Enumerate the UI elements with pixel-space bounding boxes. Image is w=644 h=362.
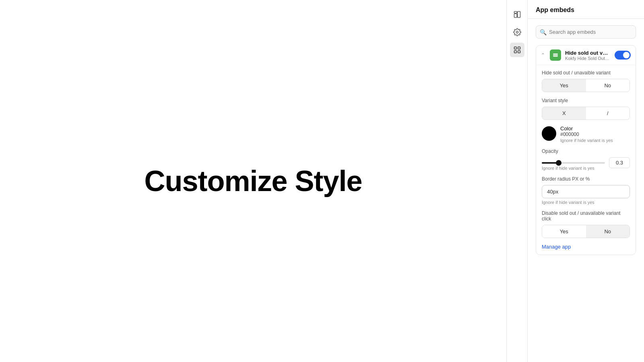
color-field: Color #000000 Ignore if hide variant is …: [542, 125, 630, 143]
sidebar-wrapper: App embeds 🔍 ⌃: [506, 0, 644, 362]
svg-rect-8: [553, 55, 558, 56]
svg-rect-7: [518, 51, 520, 53]
svg-rect-5: [518, 47, 520, 49]
search-input[interactable]: [536, 25, 636, 39]
embed-item-header[interactable]: ⌃ Hide sold out variant Kokfy Hide Sold …: [536, 45, 636, 65]
border-radius-input[interactable]: [542, 185, 630, 198]
svg-rect-1: [514, 14, 517, 17]
disable-variant-label: Disable sold out / unavailable variant c…: [542, 210, 630, 222]
embed-subtitle: Kokfy Hide Sold Out Varia...: [565, 56, 611, 61]
hide-no-button[interactable]: No: [586, 79, 630, 92]
panel-header: App embeds: [528, 0, 644, 19]
embed-toggle[interactable]: [615, 51, 631, 60]
color-swatch[interactable]: [542, 126, 556, 141]
opacity-slider[interactable]: [542, 162, 605, 164]
layout-icon[interactable]: [510, 7, 524, 22]
svg-rect-10: [553, 56, 558, 57]
hide-variant-field: Hide sold out / unavaible variant Yes No: [542, 70, 630, 92]
svg-rect-2: [517, 12, 520, 18]
toggle-track: [615, 51, 631, 60]
variant-style-label: Variant style: [542, 98, 630, 103]
disable-yes-button[interactable]: Yes: [542, 225, 586, 238]
svg-rect-0: [514, 12, 517, 13]
hide-variant-label: Hide sold out / unavaible variant: [542, 70, 630, 76]
hide-yes-button[interactable]: Yes: [542, 79, 586, 92]
opacity-label: Opacity: [542, 148, 630, 154]
color-label: Color: [560, 125, 613, 132]
apps-icon[interactable]: [510, 43, 524, 57]
manage-app-link[interactable]: Manage app: [542, 244, 630, 250]
opacity-field: Opacity 0.3 Ignore if hide variant is ye…: [542, 148, 630, 171]
svg-rect-9: [553, 53, 558, 54]
svg-rect-6: [514, 51, 516, 53]
slider-thumb: [556, 160, 561, 166]
panel-title: App embeds: [536, 6, 574, 13]
border-radius-field: Border radius PX or % Ignore if hide var…: [542, 176, 630, 205]
border-radius-label: Border radius PX or %: [542, 176, 630, 182]
toggle-thumb: [623, 52, 630, 58]
disable-no-button[interactable]: No: [586, 225, 630, 238]
svg-rect-4: [514, 47, 516, 49]
variant-slash-button[interactable]: /: [586, 107, 630, 119]
variant-style-field: Variant style X /: [542, 98, 630, 120]
variant-x-button[interactable]: X: [542, 107, 586, 119]
chevron-up-icon: ⌃: [541, 52, 545, 58]
embed-name: Hide sold out variant: [565, 50, 611, 56]
disable-variant-group: Yes No: [542, 225, 630, 238]
slider-track: [542, 162, 605, 164]
icon-toolbar: [506, 0, 527, 362]
app-icon: [550, 49, 561, 61]
border-note: Ignore if hide variant is yes: [542, 200, 630, 205]
svg-point-3: [516, 31, 518, 33]
color-row: Color #000000 Ignore if hide variant is …: [542, 125, 630, 143]
hide-variant-group: Yes No: [542, 79, 630, 92]
color-hex: #000000: [560, 132, 613, 137]
embed-item-body: Hide sold out / unavaible variant Yes No…: [536, 65, 636, 255]
opacity-value[interactable]: 0.3: [609, 157, 630, 168]
variant-style-group: X /: [542, 107, 630, 120]
page-title: Customize Style: [144, 165, 362, 197]
embed-item: ⌃ Hide sold out variant Kokfy Hide Sold …: [536, 45, 636, 255]
disable-variant-field: Disable sold out / unavailable variant c…: [542, 210, 630, 238]
search-wrapper: 🔍: [536, 25, 636, 39]
main-content: Customize Style: [0, 0, 506, 362]
settings-icon[interactable]: [510, 25, 524, 39]
panel: App embeds 🔍 ⌃: [527, 0, 644, 362]
search-icon: 🔍: [540, 29, 547, 35]
color-info: Color #000000 Ignore if hide variant is …: [560, 125, 613, 143]
panel-body: 🔍 ⌃ Hide sold out variant: [528, 19, 644, 362]
embed-item-info: Hide sold out variant Kokfy Hide Sold Ou…: [565, 50, 611, 61]
color-note: Ignore if hide variant is yes: [560, 138, 613, 143]
